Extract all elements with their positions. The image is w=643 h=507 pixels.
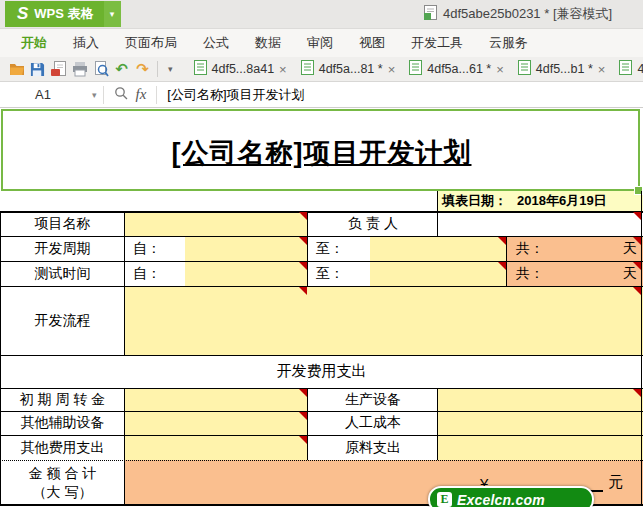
excelcn-watermark-text: Excelcn.com (457, 492, 545, 507)
toolbar-more-icon[interactable]: ▾ (162, 64, 179, 74)
grid-line (0, 435, 643, 436)
open-folder-icon[interactable] (6, 59, 27, 79)
label-other-aux-equipment[interactable]: 其他辅助设备 (0, 411, 125, 435)
input-project-name[interactable] (125, 211, 308, 236)
grid-line (0, 211, 1, 505)
excelcn-logo-icon: E (437, 492, 452, 507)
wps-logo: S WPS 表格 (5, 1, 104, 27)
label-labor-cost[interactable]: 人工成本 (308, 411, 438, 435)
grid-line (0, 236, 643, 237)
doc-tab-5[interactable]: 4 (612, 60, 643, 79)
input-initial-capital[interactable] (125, 388, 308, 411)
input-other-expense[interactable] (125, 435, 308, 460)
formula-input[interactable]: [公司名称]项目开发计划 (157, 86, 304, 104)
label-test-from[interactable]: 自： (125, 261, 185, 286)
cell-name-box[interactable]: A1 (0, 87, 86, 102)
input-labor-cost[interactable] (438, 411, 643, 435)
input-test-from[interactable] (185, 261, 308, 286)
sheet-file-icon (619, 60, 632, 79)
input-dev-to[interactable] (370, 236, 507, 261)
export-pdf-icon[interactable] (48, 59, 69, 79)
tab-developer[interactable]: 开发工具 (398, 29, 476, 57)
redo-icon[interactable]: ↷ (132, 59, 153, 79)
label-dev-process[interactable]: 开发流程 (0, 286, 125, 355)
grid-line (437, 191, 438, 236)
toolbar-divider (157, 61, 158, 77)
comment-marker (633, 287, 641, 295)
comment-marker (299, 436, 307, 444)
close-icon[interactable]: × (279, 62, 287, 77)
comment-marker (299, 237, 307, 245)
label-owner[interactable]: 负 责 人 (308, 211, 438, 236)
sheet-file-icon (301, 60, 314, 79)
input-other-aux-equipment[interactable] (125, 411, 308, 435)
label-test-time[interactable]: 测试时间 (0, 261, 125, 286)
input-dev-process[interactable] (125, 286, 643, 355)
comment-marker (633, 237, 641, 245)
formula-bar: A1 ▾ fx [公司名称]项目开发计划 (0, 82, 643, 108)
grid-line (437, 388, 438, 460)
label-production-equipment[interactable]: 生产设备 (308, 388, 438, 411)
doc-tab-1[interactable]: 4df5...8a41 × (187, 60, 294, 79)
excelcn-watermark: E Excelcn.com (428, 486, 594, 507)
grid-line (641, 191, 642, 505)
search-icon[interactable] (114, 86, 128, 104)
sheet-file-icon (194, 60, 207, 79)
grid-line (0, 261, 643, 262)
spreadsheet-canvas: [公司名称]项目开发计划 填表日期： 2018年6月19日 项目名称 负 责 人… (0, 108, 643, 507)
print-icon[interactable] (69, 59, 90, 79)
input-test-to[interactable] (370, 261, 507, 286)
label-dev-cycle[interactable]: 开发周期 (0, 236, 125, 261)
close-icon[interactable]: × (598, 62, 606, 77)
input-production-equipment[interactable] (438, 388, 643, 411)
comment-marker (633, 389, 641, 397)
close-icon[interactable]: × (496, 62, 504, 77)
print-preview-icon[interactable] (90, 59, 111, 79)
undo-icon[interactable]: ↶ (111, 59, 132, 79)
doc-tab-2[interactable]: 4df5a...81 * × (294, 60, 403, 79)
input-dev-from[interactable] (185, 236, 308, 261)
tab-data[interactable]: 数据 (242, 29, 294, 57)
comment-marker (299, 212, 307, 220)
sheet-file-icon (409, 60, 422, 79)
tab-cloud[interactable]: 云服务 (476, 29, 541, 57)
section-header-expenses[interactable]: 开发费用支出 (0, 355, 643, 388)
wps-logo-s-icon: S (17, 4, 28, 24)
cell-dev-total-days[interactable]: 共： 天 (507, 236, 643, 261)
wps-menu-button[interactable]: S WPS 表格 ▾ (5, 1, 121, 27)
input-owner[interactable] (438, 211, 643, 236)
comment-marker (633, 212, 641, 220)
cell-test-total-days[interactable]: 共： 天 (507, 261, 643, 286)
label-test-to[interactable]: 至： (308, 261, 370, 286)
label-other-expense[interactable]: 其他费用支出 (0, 435, 125, 460)
label-material-expense[interactable]: 原料支出 (308, 435, 438, 460)
label-dev-from[interactable]: 自： (125, 236, 185, 261)
close-icon[interactable]: × (388, 62, 396, 77)
save-icon[interactable] (27, 59, 48, 79)
insert-function-icon[interactable]: fx (136, 86, 147, 103)
label-dev-to[interactable]: 至： (308, 236, 370, 261)
chevron-down-icon[interactable]: ▾ (104, 1, 121, 27)
grid-line (124, 211, 125, 355)
grid-line (0, 411, 643, 412)
comment-marker (633, 262, 641, 270)
label-initial-capital[interactable]: 初 期 周 转 金 (0, 388, 125, 411)
tab-insert[interactable]: 插入 (60, 29, 112, 57)
tab-view[interactable]: 视图 (346, 29, 398, 57)
label-total-amount[interactable]: 金 额 合 计 （大 写） (0, 460, 125, 505)
fill-date-label: 填表日期： (442, 192, 507, 210)
grid-line (307, 211, 308, 286)
grid-line-dotted (0, 460, 643, 461)
label-project-name[interactable]: 项目名称 (0, 211, 125, 236)
document-tabs: 4df5...8a41 × 4df5a...81 * × 4df5a...61 … (187, 60, 643, 79)
tab-page-layout[interactable]: 页面布局 (112, 29, 190, 57)
input-material-expense[interactable] (438, 435, 643, 460)
tab-review[interactable]: 审阅 (294, 29, 346, 57)
tab-home[interactable]: 开始 (8, 29, 60, 57)
tab-formulas[interactable]: 公式 (190, 29, 242, 57)
wps-spreadsheet-window: S WPS 表格 ▾ 4df5abe25b0231 * [兼容模式] 开始 插入… (0, 0, 643, 507)
doc-tab-4[interactable]: 4df5...b1 * × (511, 60, 613, 79)
fill-date-cell[interactable]: 填表日期： 2018年6月19日 (438, 191, 643, 211)
doc-tab-3[interactable]: 4df5a...61 * × (402, 60, 511, 79)
chevron-down-icon[interactable]: ▾ (86, 90, 103, 100)
